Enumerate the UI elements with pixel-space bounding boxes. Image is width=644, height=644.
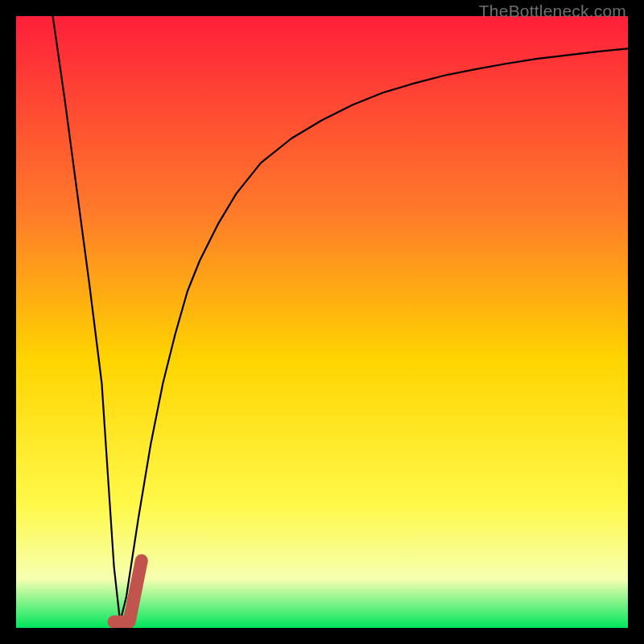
chart-frame: TheBottleneck.com [0,0,644,644]
chart-svg [16,16,628,628]
watermark-text: TheBottleneck.com [479,2,626,21]
plot-area [16,16,628,628]
gradient-background [16,16,628,628]
